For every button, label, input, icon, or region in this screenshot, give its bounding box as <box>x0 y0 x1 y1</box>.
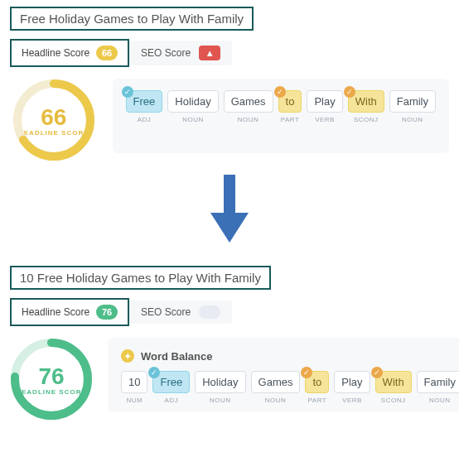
token: GamesNOUN <box>224 90 273 123</box>
check-badge-icon: ✓ <box>274 86 286 98</box>
seo-score-tab-label: SEO Score <box>141 47 191 59</box>
token: to✓PART <box>278 90 302 123</box>
check-badge-icon: ✓ <box>122 86 133 98</box>
headline-score-tab-box: Headline Score 76 <box>10 298 129 326</box>
token-word[interactable]: to✓ <box>278 90 302 113</box>
word-balance-area: Free✓ADJHolidayNOUNGamesNOUNto✓PARTPlayV… <box>113 79 449 153</box>
check-badge-icon: ✓ <box>344 86 355 98</box>
token: PlayVERB <box>334 371 370 404</box>
analyzer-panel-top: Free Holiday Games to Play With Family H… <box>0 0 459 165</box>
check-badge-icon: ✓ <box>301 367 312 378</box>
token: HolidayNOUN <box>167 90 218 123</box>
seo-score-tab[interactable]: SEO Score <box>129 301 232 324</box>
seo-empty-indicator <box>199 305 220 319</box>
token-pos: NUM <box>126 397 143 404</box>
seo-score-tab[interactable]: SEO Score ▲ <box>129 41 232 65</box>
token-pos: PART <box>281 116 300 123</box>
token-pos: PART <box>308 397 327 404</box>
headline-score-tab[interactable]: Headline Score 76 <box>12 300 128 325</box>
arrow-down-icon <box>207 173 252 244</box>
tabs-row: Headline Score 76 SEO Score <box>10 298 449 326</box>
token: Free✓ADJ <box>126 90 163 123</box>
score-gauge: 66 HEADLINE SCORE <box>12 79 95 161</box>
headline-score-tab-box: Headline Score 66 <box>10 39 129 67</box>
token-word[interactable]: Holiday <box>195 371 245 393</box>
token-word[interactable]: to✓ <box>305 371 329 393</box>
token-word[interactable]: Family <box>389 90 436 113</box>
token-word[interactable]: With✓ <box>348 90 384 113</box>
token-word[interactable]: Play <box>307 90 342 113</box>
token: Free✓ADJ <box>152 371 190 404</box>
token-word[interactable]: Family <box>417 371 459 393</box>
token-list-bottom: 10NUMFree✓ADJHolidayNOUNGamesNOUNto✓PART… <box>121 371 459 404</box>
content-row: 76 HEADLINE SCORE ✦ Word Balance 10NUMFr… <box>10 338 449 421</box>
token-word[interactable]: Free✓ <box>126 90 163 113</box>
warning-icon: ▲ <box>199 46 220 60</box>
word-balance-label: Word Balance <box>141 350 212 363</box>
token-pos: NOUN <box>429 397 451 404</box>
check-badge-icon: ✓ <box>371 367 383 378</box>
headline-score-tab-label: Headline Score <box>22 47 89 59</box>
token-word[interactable]: Games <box>224 90 273 113</box>
token-pos: NOUN <box>265 397 287 404</box>
token-pos: NOUN <box>210 397 231 404</box>
headline-input[interactable]: Free Holiday Games to Play With Family <box>10 7 254 31</box>
token-pos: NOUN <box>182 116 204 123</box>
token-word[interactable]: Holiday <box>167 90 218 113</box>
token-list-top: Free✓ADJHolidayNOUNGamesNOUNto✓PARTPlayV… <box>126 90 436 123</box>
token-word[interactable]: Play <box>334 371 370 393</box>
token-pos: ADJ <box>165 397 179 404</box>
check-badge-icon: ✓ <box>148 367 160 378</box>
headline-score-tab-label: Headline Score <box>22 306 89 318</box>
headline-score-pill: 66 <box>96 46 118 60</box>
token-pos: VERB <box>342 397 362 404</box>
seo-score-tab-label: SEO Score <box>141 306 191 318</box>
token-pos: NOUN <box>402 116 423 123</box>
token: FamilyNOUN <box>389 90 436 123</box>
score-gauge-wrap: 76 HEADLINE SCORE <box>10 338 93 421</box>
token: GamesNOUN <box>251 371 301 404</box>
analyzer-panel-bottom: 10 Free Holiday Games to Play With Famil… <box>0 259 459 424</box>
token-pos: SCONJ <box>354 116 379 123</box>
token-pos: NOUN <box>238 116 259 123</box>
token: 10NUM <box>121 371 147 404</box>
content-row: 66 HEADLINE SCORE Free✓ADJHolidayNOUNGam… <box>10 79 449 161</box>
headline-score-tab[interactable]: Headline Score 66 <box>12 41 128 65</box>
headline-input[interactable]: 10 Free Holiday Games to Play With Famil… <box>10 266 271 290</box>
tabs-row: Headline Score 66 SEO Score ▲ <box>10 39 449 67</box>
token-word[interactable]: 10 <box>121 371 147 393</box>
word-balance-icon: ✦ <box>121 349 134 363</box>
token-pos: SCONJ <box>381 397 406 404</box>
token: to✓PART <box>305 371 329 404</box>
token: FamilyNOUN <box>417 371 459 404</box>
token: HolidayNOUN <box>195 371 245 404</box>
word-balance-area: ✦ Word Balance 10NUMFree✓ADJHolidayNOUNG… <box>108 338 459 412</box>
arrow-divider <box>0 165 459 259</box>
word-balance-header: ✦ Word Balance <box>121 349 459 363</box>
token-word[interactable]: Free✓ <box>152 371 190 393</box>
token: With✓SCONJ <box>375 371 412 404</box>
headline-score-pill: 76 <box>96 305 118 320</box>
token-pos: ADJ <box>138 116 152 123</box>
token-pos: VERB <box>315 116 335 123</box>
token: With✓SCONJ <box>348 90 384 123</box>
token: PlayVERB <box>307 90 342 123</box>
token-word[interactable]: With✓ <box>375 371 412 393</box>
score-gauge: 76 HEADLINE SCORE <box>10 338 93 421</box>
token-word[interactable]: Games <box>251 371 301 393</box>
score-gauge-wrap: 66 HEADLINE SCORE <box>10 79 98 161</box>
